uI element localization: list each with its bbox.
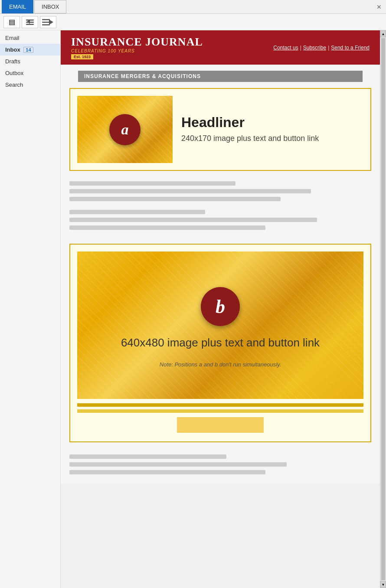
sidebar-item-outbox[interactable]: Outbox [0,67,60,79]
sidebar-item-search[interactable]: Search [0,79,60,91]
nav-contact-link[interactable]: Contact us [273,45,298,51]
ad-unit-a: a Headliner 240x170 image plus text and … [69,88,371,171]
ad-title-a: Headliner [181,115,363,130]
ij-logo-title: INSURANCE JOURNAL [71,36,203,49]
scrollbar-thumb[interactable] [381,38,385,580]
nav-send-link[interactable]: Send to a Friend [331,45,370,51]
ad-image-a: a [77,96,173,163]
ij-logo-subtitle: CELEBRATING 100 YEARS [71,49,135,53]
toolbar: ▤ [0,14,386,30]
sidebar: Email Inbox 14 Drafts Outbox Search [0,30,61,588]
scrollbar: ▲ ▼ [380,30,386,588]
ad-badge-b: b [201,287,240,326]
sidebar-item-drafts[interactable]: Drafts [0,56,60,67]
tab-inbox[interactable]: INBOX [34,0,66,13]
scrollbar-down-button[interactable]: ▼ [380,581,386,588]
svg-rect-4 [42,19,50,20]
svg-rect-6 [42,24,50,26]
tab-email[interactable]: EMAIL [2,0,33,13]
placeholder-line [69,181,236,186]
sidebar-item-inbox[interactable]: Inbox 14 [0,44,60,56]
ad-cta-button[interactable] [177,417,264,433]
section-header: INSURANCE MERGERS & ACQUISITIONS [78,71,363,82]
placeholder-line [69,470,265,474]
placeholder-line [69,210,205,214]
content-area[interactable]: INSURANCE JOURNAL CELEBRATING 100 YEARS … [61,30,380,588]
svg-rect-5 [42,22,50,23]
email-header: INSURANCE JOURNAL CELEBRATING 100 YEARS … [61,30,380,65]
email-body: INSURANCE JOURNAL CELEBRATING 100 YEARS … [61,30,380,484]
ad-title-b: 640x480 image plus text and button link [121,335,320,350]
placeholder-line [69,189,311,193]
close-button[interactable]: ✕ [374,2,384,12]
placeholder-line [69,218,317,222]
ij-nav: Contact us | Subscribe | Send to a Frien… [273,45,370,51]
placeholder-line [69,454,226,459]
placeholder-line [69,462,287,467]
nav-subscribe-link[interactable]: Subscribe [303,45,326,51]
toolbar-layout-button[interactable]: ▤ [3,16,20,28]
sidebar-item-email[interactable]: Email [0,32,60,44]
toolbar-forward-button[interactable] [40,16,56,28]
toolbar-back-button[interactable] [22,16,38,28]
svg-marker-7 [49,20,53,25]
ad-desc-a: 240x170 image plus text and button link [181,133,363,144]
ad-unit-b: b 640x480 image plus text and button lin… [69,244,371,442]
ad-line-medium [77,409,363,413]
placeholder-lines-top [61,177,380,238]
placeholder-line [69,225,265,230]
inbox-badge: 14 [23,47,33,53]
ij-logo: INSURANCE JOURNAL CELEBRATING 100 YEARS … [71,36,203,59]
ij-logo-year: Est. 1923 [71,54,93,59]
ad-line-thick [77,403,363,407]
placeholder-lines-bottom [61,448,380,484]
ad-unit-b-bottom [77,399,363,434]
placeholder-line [69,197,281,201]
main-layout: Email Inbox 14 Drafts Outbox Search INSU… [0,30,386,588]
scrollbar-up-button[interactable]: ▲ [380,30,386,37]
ad-image-b: b 640x480 image plus text and button lin… [77,252,363,399]
title-bar: EMAIL INBOX ✕ [0,0,386,14]
ad-badge-a: a [109,114,141,145]
ad-note-b: Note: Positions a and b don't run simult… [160,361,281,368]
ad-text-a: Headliner 240x170 image plus text and bu… [181,115,363,144]
svg-rect-2 [26,24,34,25]
